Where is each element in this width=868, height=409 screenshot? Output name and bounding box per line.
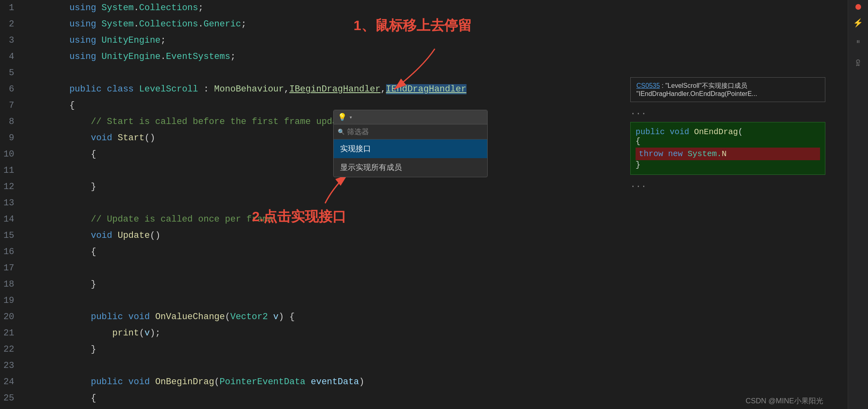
line-number-7: 7 [0, 98, 22, 114]
preview-throw-line: throw new System.N [636, 148, 820, 160]
line-4: 4 using UnityEngine.EventSystems; [0, 49, 848, 65]
line-number-13: 13 [0, 195, 22, 211]
right-sidebar: ⚡ ≡ Git [848, 0, 868, 409]
menu-item-explicit[interactable]: 显示实现所有成员 [334, 158, 487, 177]
code-preview-box: public void OnEndDrag( { throw new Syste… [630, 122, 825, 175]
line-18: 18 } [0, 276, 848, 293]
line-number-16: 16 [0, 244, 22, 260]
line-number-11: 11 [0, 163, 22, 179]
code-area: 1 using System.Collections; 2 using Syst… [0, 0, 848, 409]
line-number-22: 22 [0, 342, 22, 358]
line-number-5: 5 [0, 65, 22, 81]
lightning-icon[interactable]: ⚡ [853, 18, 863, 28]
line-number-20: 20 [0, 309, 22, 325]
line-number-12: 12 [0, 179, 22, 195]
preview-line-2: { [636, 137, 820, 146]
line-number-4: 4 [0, 49, 22, 65]
bulb-icon: 💡 [338, 113, 347, 122]
dots-1: ... [630, 105, 825, 119]
preview-line-1: public void OnEndDrag( [636, 127, 820, 137]
line-number-17: 17 [0, 260, 22, 276]
search-icon: 🔍 [338, 128, 345, 135]
error-message2: "IEndDragHandler.OnEndDrag(PointerE... [636, 90, 757, 97]
line-number-15: 15 [0, 228, 22, 244]
git-label[interactable]: Git [855, 59, 861, 66]
editor-container: 1 using System.Collections; 2 using Syst… [0, 0, 868, 409]
preview-line-4: } [636, 160, 820, 170]
line-number-26: 26 [0, 407, 22, 409]
record-button[interactable] [855, 4, 861, 10]
line-number-25: 25 [0, 390, 22, 407]
chevron-icon: ▾ [349, 114, 352, 121]
dots-2: ... [630, 178, 825, 191]
context-menu[interactable]: 💡 ▾ 🔍 筛选器 实现接口 显示实现所有成员 [333, 110, 488, 177]
error-message: : "LevelScroll"不实现接口成员 [662, 82, 747, 89]
error-tooltip: CS0535 : "LevelScroll"不实现接口成员 "IEndDragH… [630, 77, 825, 102]
line-number-24: 24 [0, 374, 22, 390]
line-number-23: 23 [0, 358, 22, 374]
dropdown-search-bar: 🔍 筛选器 [334, 124, 487, 139]
search-placeholder: 筛选器 [347, 127, 369, 137]
line-number-9: 9 [0, 130, 22, 146]
line-number-18: 18 [0, 276, 22, 293]
watermark: CSDN @MINE小果阳光 [746, 396, 823, 406]
line-content-27: } [22, 407, 848, 409]
menu-item-implement[interactable]: 实现接口 [334, 139, 487, 158]
line-16: 16 { [0, 244, 848, 260]
line-number-21: 21 [0, 325, 22, 342]
line-number-19: 19 [0, 293, 22, 309]
line-number-2: 2 [0, 16, 22, 33]
line-number-10: 10 [0, 146, 22, 163]
line-number-6: 6 [0, 81, 22, 98]
line-number-14: 14 [0, 211, 22, 228]
dropdown-header: 💡 ▾ [334, 110, 487, 124]
line-number-3: 3 [0, 33, 22, 49]
line-22: 22 } [0, 342, 848, 358]
line-number-8: 8 [0, 114, 22, 130]
line-number-1: 1 [0, 0, 22, 16]
error-code[interactable]: CS0535 [636, 82, 660, 89]
menu-lines-icon[interactable]: ≡ [855, 40, 861, 43]
preview-panel: CS0535 : "LevelScroll"不实现接口成员 "IEndDragH… [630, 77, 825, 191]
